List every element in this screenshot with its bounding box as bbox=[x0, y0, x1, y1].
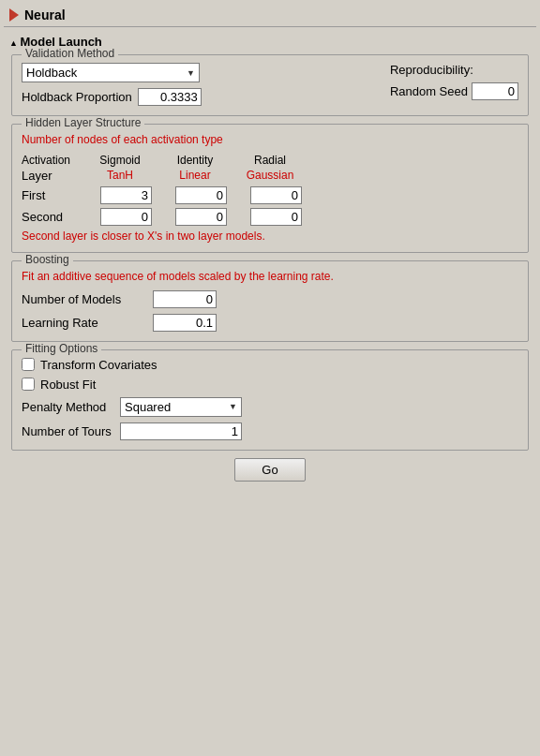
second-label: Second bbox=[22, 210, 82, 224]
num-tours-input[interactable] bbox=[120, 422, 242, 440]
first-gaussian-input[interactable] bbox=[250, 186, 302, 204]
penalty-method-row: Penalty Method Squared Absolute Huber bbox=[22, 397, 518, 417]
hidden-layer-group-title: Hidden Layer Structure bbox=[22, 116, 144, 129]
second-gaussian-input[interactable] bbox=[250, 208, 302, 226]
panel-header: Neural bbox=[4, 4, 536, 27]
num-models-row: Number of Models bbox=[22, 290, 518, 308]
reproducibility-label: Reproducibility: bbox=[390, 63, 473, 77]
fitting-options-group: Fitting Options Transform Covariates Rob… bbox=[11, 349, 529, 451]
panel-title: Neural bbox=[24, 7, 66, 22]
transform-covariates-row: Transform Covariates bbox=[22, 358, 518, 372]
first-tanh-input[interactable] bbox=[100, 186, 152, 204]
random-seed-row: Random Seed bbox=[390, 82, 518, 100]
boosting-group: Boosting Fit an additive sequence of mod… bbox=[11, 260, 529, 342]
first-linear-input[interactable] bbox=[175, 186, 227, 204]
boosting-info: Fit an additive sequence of models scale… bbox=[22, 269, 518, 285]
validation-left: Holdback KFold Leave One Out Holdback Pr… bbox=[22, 63, 371, 106]
validation-method-dropdown[interactable]: Holdback KFold Leave One Out bbox=[22, 63, 200, 82]
go-button[interactable]: Go bbox=[234, 458, 305, 482]
validation-row: Holdback KFold Leave One Out Holdback Pr… bbox=[22, 63, 518, 106]
penalty-method-label: Penalty Method bbox=[22, 400, 120, 414]
penalty-method-select-wrapper[interactable]: Squared Absolute Huber bbox=[120, 397, 242, 417]
main-panel: Neural Model Launch Validation Method Ho… bbox=[0, 0, 540, 756]
robust-fit-row: Robust Fit bbox=[22, 378, 518, 392]
num-models-input[interactable] bbox=[153, 290, 217, 308]
random-seed-input[interactable] bbox=[472, 82, 518, 100]
holdback-proportion-label: Holdback Proportion bbox=[22, 90, 132, 104]
holdback-proportion-input[interactable] bbox=[138, 88, 202, 106]
num-tours-label: Number of Tours bbox=[22, 424, 120, 438]
boosting-group-title: Boosting bbox=[22, 253, 73, 266]
col-radial: Radial bbox=[232, 154, 308, 167]
learning-rate-input[interactable] bbox=[153, 314, 217, 332]
validation-dropdown-row: Holdback KFold Leave One Out bbox=[22, 63, 371, 82]
first-label: First bbox=[22, 188, 82, 202]
fitting-options-title: Fitting Options bbox=[22, 342, 101, 355]
second-tanh-input[interactable] bbox=[100, 208, 152, 226]
transform-covariates-label: Transform Covariates bbox=[40, 358, 158, 372]
row-linear-label: Linear bbox=[158, 169, 232, 182]
penalty-method-dropdown[interactable]: Squared Absolute Huber bbox=[120, 397, 242, 417]
second-layer-row: Second bbox=[22, 208, 518, 226]
second-linear-input[interactable] bbox=[175, 208, 227, 226]
first-layer-row: First bbox=[22, 186, 518, 204]
validation-select-wrapper[interactable]: Holdback KFold Leave One Out bbox=[22, 63, 200, 82]
collapse-icon[interactable] bbox=[9, 8, 19, 22]
hidden-layer-info: Number of nodes of each activation type bbox=[22, 132, 518, 148]
learning-rate-label: Learning Rate bbox=[22, 316, 153, 330]
robust-fit-label: Robust Fit bbox=[40, 378, 96, 392]
col-identity: Identity bbox=[158, 154, 232, 167]
col-activation: Activation bbox=[22, 154, 82, 167]
transform-covariates-checkbox[interactable] bbox=[22, 358, 35, 371]
learning-rate-row: Learning Rate bbox=[22, 314, 518, 332]
validation-group-title: Validation Method bbox=[22, 47, 118, 60]
validation-right: Reproducibility: Random Seed bbox=[390, 63, 518, 100]
row-gaussian-label: Gaussian bbox=[232, 169, 308, 182]
hidden-layer-group: Hidden Layer Structure Number of nodes o… bbox=[11, 124, 529, 253]
row-layer-label: Layer bbox=[22, 169, 82, 183]
holdback-proportion-row: Holdback Proportion bbox=[22, 88, 371, 106]
row-tanh-label: TanH bbox=[82, 169, 158, 182]
random-seed-label: Random Seed bbox=[390, 84, 468, 98]
validation-group: Validation Method Holdback KFold Leave O… bbox=[11, 54, 529, 116]
col-sigmoid: Sigmoid bbox=[82, 154, 158, 167]
robust-fit-checkbox[interactable] bbox=[22, 378, 35, 391]
hidden-layer-note: Second layer is closer to X's in two lay… bbox=[22, 230, 518, 243]
num-tours-row: Number of Tours bbox=[22, 422, 518, 440]
num-models-label: Number of Models bbox=[22, 292, 153, 306]
